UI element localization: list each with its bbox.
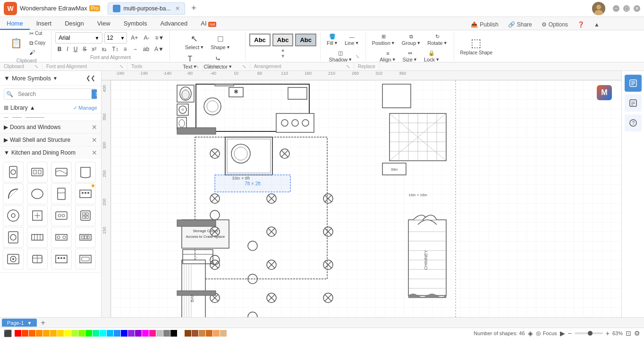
zoom-slider[interactable]: [575, 332, 603, 334]
color-swatch[interactable]: [43, 330, 50, 337]
minimize-button[interactable]: ─: [613, 5, 619, 12]
color-swatch[interactable]: [107, 330, 113, 337]
italic-button[interactable]: I: [65, 45, 70, 53]
doors-windows-close-button[interactable]: ✕: [92, 123, 97, 131]
publish-button[interactable]: 📤 Publish: [468, 20, 501, 29]
styles-expand-icon2[interactable]: ⤡: [242, 64, 246, 69]
subscript-button[interactable]: x₂: [100, 45, 109, 53]
style-scroll-down[interactable]: ▼: [280, 53, 285, 59]
shape-item[interactable]: [27, 205, 48, 226]
shape-item[interactable]: [51, 227, 72, 248]
color-swatch[interactable]: [220, 330, 227, 337]
underline-button[interactable]: U: [72, 45, 80, 53]
select-button[interactable]: ↖ Select ▼: [183, 32, 207, 52]
shape-item[interactable]: [3, 162, 24, 182]
shape-item[interactable]: [75, 227, 96, 248]
library-collapse-arrow[interactable]: ▲: [30, 104, 35, 111]
shape-item[interactable]: [3, 227, 24, 248]
style-preset-1[interactable]: Abc: [249, 34, 271, 46]
size-button[interactable]: ⇔ Size ▼: [400, 49, 420, 64]
list-button[interactable]: ≡: [122, 45, 129, 53]
font-size-selector[interactable]: 12 ▼: [104, 32, 127, 43]
library-expand-icon[interactable]: ⊞: [4, 104, 8, 111]
color-swatch[interactable]: [100, 330, 106, 337]
avatar[interactable]: [592, 2, 605, 15]
canvas[interactable]: ✱ 33in × 8ft: [111, 80, 621, 317]
color-swatch[interactable]: [78, 330, 85, 337]
shape-item[interactable]: [75, 162, 96, 182]
close-tab-button[interactable]: ✕: [175, 5, 180, 12]
wall-shell-close-button[interactable]: ✕: [92, 136, 97, 144]
options-button[interactable]: ⚙ Options: [539, 20, 571, 29]
font-decrease-button[interactable]: A-: [142, 34, 151, 42]
color-swatch[interactable]: [71, 330, 78, 337]
focus-label[interactable]: ◎ Focus: [536, 330, 557, 337]
help-button[interactable]: ❓: [575, 20, 587, 29]
indent-button[interactable]: →: [130, 45, 140, 53]
copy-button[interactable]: ⧉ Copy: [27, 39, 47, 47]
text-format-button[interactable]: ab: [141, 45, 151, 53]
color-swatch[interactable]: [213, 330, 220, 337]
group-button[interactable]: ⧉ Group ▼: [399, 32, 424, 47]
align-button[interactable]: ≡▼: [153, 34, 166, 42]
color-swatch[interactable]: [64, 330, 71, 337]
tab-insert[interactable]: Insert: [30, 18, 59, 30]
color-swatch[interactable]: [199, 330, 205, 337]
panel-collapse-button[interactable]: ❮❮: [84, 74, 97, 82]
styles-expand-icon[interactable]: ⤡: [356, 54, 359, 59]
shape-item[interactable]: [75, 183, 96, 204]
shape-item[interactable]: [3, 249, 24, 269]
rotate-button[interactable]: ↻ Rotate ▼: [425, 32, 449, 47]
clipboard-expand-icon[interactable]: ⤡: [34, 64, 38, 69]
color-swatch[interactable]: [114, 330, 120, 337]
font-color-button[interactable]: A▼: [153, 45, 166, 53]
arrangement-expand-icon[interactable]: ⤡: [346, 64, 350, 69]
text-direction-button[interactable]: T↕: [110, 45, 120, 53]
tab-view[interactable]: View: [91, 18, 117, 30]
shape-item[interactable]: [75, 205, 96, 226]
color-swatch[interactable]: [57, 330, 64, 337]
add-tab-button[interactable]: +: [188, 3, 199, 14]
page-tab-1[interactable]: Page-1 ▼: [2, 319, 37, 327]
color-swatch[interactable]: [156, 330, 163, 337]
shape-item[interactable]: [51, 162, 72, 182]
tools-expand-icon[interactable]: ⤡: [195, 64, 199, 69]
doors-windows-header[interactable]: ▶ Doors and Windows ✕: [0, 121, 101, 133]
cut-button[interactable]: ✂ Cut: [27, 29, 47, 38]
style-preset-2[interactable]: Abc: [272, 34, 294, 46]
strikethrough-button[interactable]: S: [81, 45, 88, 53]
shape-item[interactable]: [27, 162, 48, 182]
wall-shell-header[interactable]: ▶ Wall Shell and Structure ✕: [0, 134, 101, 146]
lock-button[interactable]: 🔒 Lock ▼: [422, 49, 442, 64]
document-tab[interactable]: multi-purpose-ba... ✕: [108, 2, 185, 15]
color-swatch[interactable]: [178, 330, 184, 337]
shape-item[interactable]: [3, 205, 24, 226]
format-painter-button[interactable]: 🖌: [27, 48, 47, 57]
style-scroll-up[interactable]: ▲: [280, 47, 285, 52]
replace-shape-button[interactable]: ⬚ Replace Shape: [458, 35, 495, 57]
panel-expand-icon[interactable]: ▼: [4, 75, 10, 82]
settings-button[interactable]: ⚙: [634, 329, 640, 337]
color-swatch[interactable]: [36, 330, 42, 337]
color-swatch[interactable]: [185, 330, 191, 337]
color-swatch[interactable]: [149, 330, 156, 337]
color-swatch[interactable]: [128, 330, 135, 337]
paste-button[interactable]: 📋: [6, 35, 26, 51]
color-swatch[interactable]: [135, 330, 142, 337]
zoom-in-button[interactable]: +: [606, 329, 610, 337]
search-input[interactable]: [15, 89, 92, 99]
color-swatch[interactable]: [170, 330, 177, 337]
color-swatch[interactable]: [15, 330, 21, 337]
shape-item[interactable]: [3, 183, 24, 204]
color-swatch[interactable]: [29, 330, 35, 337]
color-swatch[interactable]: [163, 330, 170, 337]
zoom-out-button[interactable]: −: [568, 329, 572, 337]
color-swatch[interactable]: [121, 330, 127, 337]
superscript-button[interactable]: x²: [90, 45, 98, 53]
play-icon[interactable]: ▶: [560, 329, 565, 337]
shadow-button[interactable]: ◫ Shadow ▼: [326, 49, 355, 64]
tab-ai[interactable]: AI hot: [194, 18, 223, 30]
align-button[interactable]: ≡ Align ▼: [377, 49, 398, 64]
tab-home[interactable]: Home: [0, 18, 30, 30]
properties-panel-button[interactable]: [625, 95, 642, 112]
